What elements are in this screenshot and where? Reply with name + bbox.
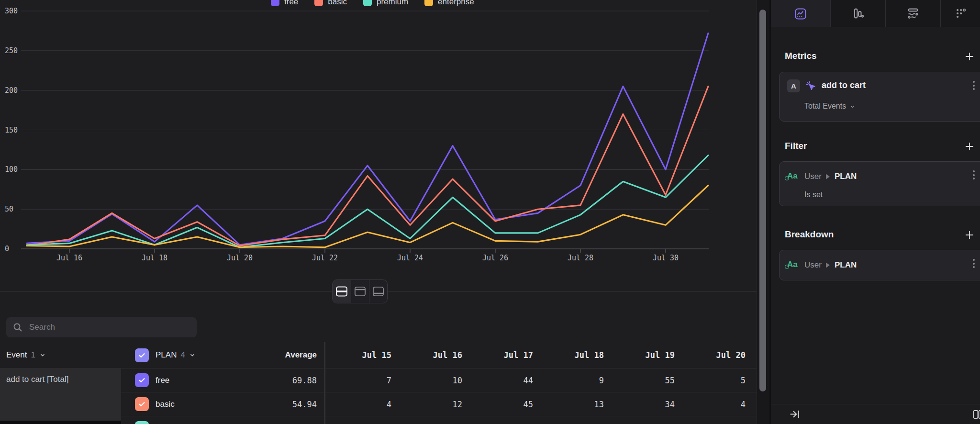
breakdown-section-title: Breakdown xyxy=(785,229,834,240)
split-view-button[interactable] xyxy=(333,280,351,303)
event-count: 1 xyxy=(31,350,35,360)
row-value: 7 xyxy=(324,376,395,385)
table-row-free: free69.88710449555 xyxy=(121,368,757,392)
add-filter-button[interactable] xyxy=(964,141,975,152)
x-axis-tick-label: Jul 30 xyxy=(653,254,679,262)
line-chart[interactable] xyxy=(0,0,757,268)
chevron-down-icon xyxy=(189,352,196,358)
x-axis-tick-label: Jul 28 xyxy=(568,254,593,262)
bar-chart-icon xyxy=(851,7,865,20)
metric-measure-dropdown[interactable]: Total Events xyxy=(804,102,856,111)
row-value: 5 xyxy=(679,376,749,385)
filter-property-name: PLAN xyxy=(835,172,857,181)
legend-label: premium xyxy=(377,0,408,7)
legend-item-enterprise[interactable]: enterprise xyxy=(424,0,474,7)
filter-operator[interactable]: Is set xyxy=(804,190,823,199)
main-content: 050100150200250300 Jul 16Jul 18Jul 20Jul… xyxy=(0,0,757,424)
line-chart-icon xyxy=(794,7,807,21)
flows-icon xyxy=(906,7,920,20)
search-icon xyxy=(13,323,22,332)
date-column-header: Jul 18 xyxy=(537,350,608,360)
caret-right-icon xyxy=(826,174,830,179)
y-axis-tick-label: 250 xyxy=(5,46,18,55)
side-panel-layout-icon[interactable] xyxy=(972,409,980,420)
row-checkbox[interactable] xyxy=(135,373,149,387)
y-axis-tick-label: 0 xyxy=(5,245,9,253)
legend-label: enterprise xyxy=(438,0,474,7)
panel-tab-bar xyxy=(771,0,980,27)
row-value: 10 xyxy=(395,376,466,385)
vertical-scrollbar-thumb[interactable] xyxy=(759,10,766,391)
series-line-premium xyxy=(27,156,708,247)
metric-event-name: add to cart xyxy=(822,80,866,90)
filter-operator-label: Is set xyxy=(804,190,823,199)
plus-icon xyxy=(964,51,975,62)
legend-item-basic[interactable]: basic xyxy=(314,0,347,7)
filter-scope: User xyxy=(804,172,822,181)
metric-card[interactable]: A add to cart Total Events xyxy=(779,72,980,122)
row-value: 12 xyxy=(395,400,466,409)
event-header-label: Event xyxy=(6,350,27,360)
app-root: 050100150200250300 Jul 16Jul 18Jul 20Jul… xyxy=(0,0,980,424)
date-column-header: Jul 16 xyxy=(395,350,466,360)
breakdown-card[interactable]: Aa User PLAN xyxy=(779,250,980,280)
tab-insights[interactable] xyxy=(771,0,831,27)
y-axis-tick-label: 300 xyxy=(5,7,18,15)
panel-footer xyxy=(771,404,980,424)
add-metric-button[interactable] xyxy=(964,51,975,62)
x-axis-tick-label: Jul 26 xyxy=(482,254,508,262)
metric-series-badge: A xyxy=(787,79,800,92)
tab-flows[interactable] xyxy=(886,0,941,27)
plus-icon xyxy=(964,141,975,152)
chevron-down-icon xyxy=(849,103,856,110)
row-checkbox[interactable] xyxy=(135,397,149,411)
tab-bars[interactable] xyxy=(831,0,886,27)
text-property-icon: Aa xyxy=(787,171,798,181)
footer-view-button[interactable] xyxy=(369,280,387,303)
row-value: 9 xyxy=(537,376,608,385)
collapse-panel-icon[interactable] xyxy=(789,409,800,420)
row-value: 13 xyxy=(537,400,608,409)
search-input[interactable] xyxy=(28,322,190,333)
y-axis-tick-label: 100 xyxy=(5,165,18,174)
row-average: 69.88 xyxy=(243,376,324,385)
add-breakdown-button[interactable] xyxy=(964,229,975,241)
breakdown-property[interactable]: User PLAN xyxy=(804,260,857,270)
breakdown-scope: User xyxy=(804,260,822,270)
event-group-cell-edge xyxy=(0,421,121,424)
legend-swatch xyxy=(271,0,279,6)
vertical-scrollbar-track[interactable] xyxy=(757,0,769,424)
metric-kebab-menu[interactable] xyxy=(973,81,975,90)
header-view-button[interactable] xyxy=(351,280,369,303)
row-label: free xyxy=(156,376,169,385)
x-axis-tick-label: Jul 22 xyxy=(312,254,338,262)
plan-column-header[interactable]: PLAN 4 xyxy=(121,348,243,362)
breakdown-property-name: PLAN xyxy=(835,260,857,270)
filter-property[interactable]: User PLAN xyxy=(804,172,857,181)
row-average: 54.94 xyxy=(243,400,324,409)
row-value: 45 xyxy=(466,400,537,409)
legend-item-free[interactable]: free xyxy=(271,0,298,7)
plus-icon xyxy=(964,229,975,241)
legend-swatch xyxy=(363,0,372,6)
x-axis-tick-label: Jul 18 xyxy=(142,254,167,262)
legend-swatch xyxy=(424,0,433,6)
breakdown-kebab-menu[interactable] xyxy=(973,259,975,268)
tab-more[interactable] xyxy=(941,0,980,27)
legend-item-premium[interactable]: premium xyxy=(363,0,408,7)
filter-kebab-menu[interactable] xyxy=(973,170,975,179)
event-group-cell: add to cart [Total] xyxy=(0,368,121,421)
table-header-row: PLAN 4 Average Jul 15Jul 16Jul 17Jul 18J… xyxy=(121,342,757,368)
filter-section-title: Filter xyxy=(785,141,807,151)
query-builder-panel: Metrics A add to cart Total Events Filte… xyxy=(769,0,980,424)
row-checkbox[interactable] xyxy=(135,421,149,424)
x-axis-tick-label: Jul 20 xyxy=(227,254,253,262)
filter-card[interactable]: Aa User PLAN Is set xyxy=(779,161,980,206)
date-column-header: Jul 20 xyxy=(679,350,749,360)
plan-select-all-checkbox[interactable] xyxy=(135,348,149,362)
search-box[interactable] xyxy=(6,317,197,337)
event-column-header[interactable]: Event 1 xyxy=(6,342,46,368)
average-column-header: Average xyxy=(243,350,324,360)
row-value: 44 xyxy=(466,376,537,385)
row-value: 34 xyxy=(608,400,679,409)
